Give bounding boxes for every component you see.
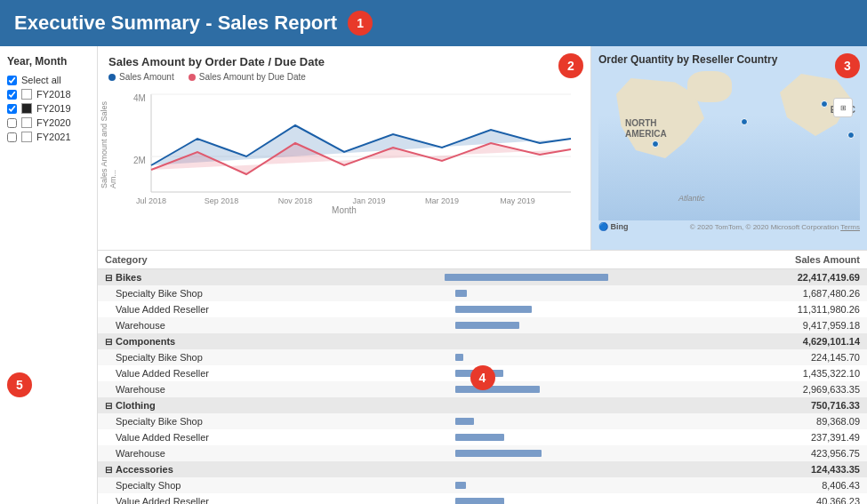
sidebar-item-4[interactable]: FY2021 [7, 130, 90, 144]
map-dot-1 [652, 140, 659, 148]
sidebar-item-2[interactable]: FY2019 [7, 101, 90, 116]
map-label-na: NORTHAMERICA [625, 118, 667, 140]
map-area: NORTHAMERICA EURC Atlantic ⊞ [598, 69, 860, 220]
map-dot-2 [741, 118, 748, 125]
svg-text:Jan 2019: Jan 2019 [352, 196, 385, 205]
map-label-atlantic: Atlantic [678, 194, 705, 203]
cell-bar [438, 349, 615, 365]
sidebar-label-3: FY2020 [36, 117, 71, 128]
greenland-land [687, 71, 732, 102]
cell-bar [438, 397, 615, 413]
table-row: ⊟Clothing750,716.33 [98, 397, 867, 413]
map-dot-3 [821, 100, 828, 108]
table-row: Value Added Reseller11,311,980.26 [98, 301, 867, 317]
sidebar-label-2: FY2019 [36, 103, 71, 114]
cell-value: 40,366.23 [615, 493, 867, 504]
table-row: Specialty Bike Shop224,145.70 [98, 349, 867, 365]
cell-value: 423,956.75 [615, 445, 867, 461]
cell-value: 11,311,980.26 [615, 301, 867, 317]
svg-text:2M: 2M [133, 156, 146, 165]
legend-dot-blue [108, 74, 116, 81]
svg-text:Mar 2019: Mar 2019 [425, 196, 459, 205]
sidebar-label-4: FY2021 [36, 132, 71, 142]
badge-2: 2 [558, 53, 583, 78]
header: Executive Summary - Sales Report 1 [0, 0, 867, 46]
badge-3: 3 [835, 53, 860, 78]
color-box-2 [21, 103, 32, 114]
table-row: Warehouse9,417,959.18 [98, 317, 867, 333]
table-row: Value Added Reseller40,366.23 [98, 493, 867, 504]
map-footer: 🔵 Bing © 2020 TomTom, © 2020 Microsoft C… [598, 222, 860, 231]
legend-sales-amount: Sales Amount [108, 72, 174, 82]
sidebar-item-3[interactable]: FY2020 [7, 116, 90, 130]
cell-bar [438, 333, 615, 349]
sidebar-checkbox-2[interactable] [7, 104, 17, 114]
cell-label: Specialty Bike Shop [98, 285, 438, 301]
cell-value: 2,969,633.35 [615, 381, 867, 397]
cell-label: Warehouse [98, 317, 438, 333]
table-row: Warehouse423,956.75 [98, 445, 867, 461]
cell-bar [438, 413, 615, 429]
badge-5: 5 [7, 372, 32, 397]
map-container: Order Quantity by Reseller Country 3 NOR… [591, 46, 867, 250]
sidebar-title: Year, Month [7, 55, 90, 68]
sales-table: Category Sales Amount ⊟Bikes22,417,419.6… [98, 251, 867, 504]
col-header-category: Category [98, 251, 438, 269]
cell-value: 89,368.09 [615, 413, 867, 429]
svg-text:Jul 2018: Jul 2018 [136, 196, 166, 205]
table-row: ⊟Accessories124,433.35 [98, 461, 867, 477]
cell-bar [438, 493, 615, 504]
line-chart-svg: 4M 2M [108, 85, 580, 210]
sidebar-label-0: Select all [21, 75, 61, 85]
sidebar-item-0[interactable]: Select all [7, 73, 90, 87]
map-terms-link[interactable]: Terms [840, 223, 860, 231]
cell-value: 9,417,959.18 [615, 317, 867, 333]
chart-legend: Sales Amount Sales Amount by Due Date [108, 72, 580, 82]
page-title: Executive Summary - Sales Report [14, 12, 337, 35]
color-box-4 [21, 132, 32, 142]
sidebar-item-1[interactable]: FY2018 [7, 87, 90, 101]
legend-dot-red [189, 74, 196, 81]
cell-label: ⊟Clothing [98, 397, 438, 413]
color-box-3 [21, 117, 32, 128]
legend-label-2: Sales Amount by Due Date [199, 72, 306, 82]
cell-label: Value Added Reseller [98, 301, 438, 317]
map-zoom-button[interactable]: ⊞ [833, 98, 853, 117]
cell-value: 750,716.33 [615, 397, 867, 413]
line-chart-svg-wrap: 4M 2M [108, 85, 580, 210]
cell-bar [438, 285, 615, 301]
bing-logo: 🔵 Bing [598, 222, 629, 231]
cell-bar [438, 461, 615, 477]
cell-label: Specialty Shop [98, 477, 438, 493]
table-row: Specialty Bike Shop89,368.09 [98, 413, 867, 429]
cell-label: Warehouse [98, 381, 438, 397]
table-row: Specialty Shop8,406.43 [98, 477, 867, 493]
y-axis-label: Sales Amount and Sales Am... [100, 100, 117, 188]
table-row: ⊟Bikes22,417,419.69 [98, 269, 867, 286]
cell-value: 237,391.49 [615, 429, 867, 445]
charts-row: Sales Amount by Order Date / Due Date Sa… [98, 46, 867, 251]
col-header-bar [438, 251, 615, 269]
legend-due-date: Sales Amount by Due Date [189, 72, 306, 82]
table-row: Specialty Bike Shop1,687,480.26 [98, 285, 867, 301]
sidebar-checkbox-4[interactable] [7, 132, 17, 142]
map-bg: NORTHAMERICA EURC Atlantic ⊞ [598, 69, 860, 220]
sidebar-checkbox-1[interactable] [7, 90, 17, 100]
svg-text:Nov 2018: Nov 2018 [278, 196, 313, 205]
cell-value: 8,406.43 [615, 477, 867, 493]
cell-label: Warehouse [98, 445, 438, 461]
table-container: 4 Category Sales Amount ⊟Bikes22,417,419… [98, 251, 867, 504]
main-content: Year, Month Select allFY2018FY2019FY2020… [0, 46, 867, 504]
cell-label: Value Added Reseller [98, 429, 438, 445]
table-row: ⊟Components4,629,101.14 [98, 333, 867, 349]
sidebar: Year, Month Select allFY2018FY2019FY2020… [0, 46, 98, 504]
cell-label: Value Added Reseller [98, 493, 438, 504]
cell-label: ⊟Bikes [98, 269, 438, 286]
badge-1: 1 [348, 11, 373, 36]
line-chart-container: Sales Amount by Order Date / Due Date Sa… [98, 46, 591, 250]
sidebar-checkbox-0[interactable] [7, 76, 17, 85]
col-header-amount: Sales Amount [615, 251, 867, 269]
cell-bar [438, 445, 615, 461]
cell-bar [438, 381, 615, 397]
sidebar-checkbox-3[interactable] [7, 118, 17, 128]
